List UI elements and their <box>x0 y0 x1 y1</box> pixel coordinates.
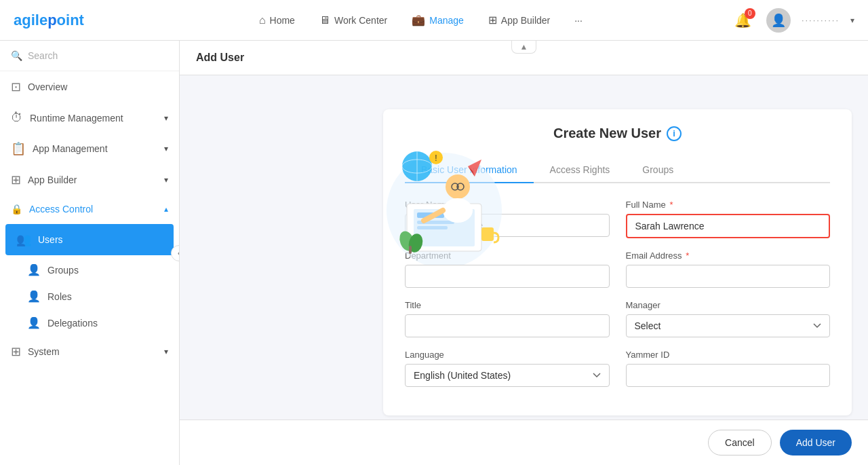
sidebar-item-app-management[interactable]: 📋 App Management ▾ <box>0 133 179 164</box>
title-label: Title <box>405 300 610 310</box>
required-marker: * <box>686 250 689 261</box>
form-group-fullname: Full Name * <box>626 200 831 238</box>
form-group-manager: Manager Select <box>626 300 831 337</box>
sidebar-item-access-control[interactable]: 🔒 Access Control ▴ <box>0 196 179 223</box>
chevron-down-icon: ▾ <box>164 144 168 153</box>
logo-text: agilepoint <box>14 12 84 29</box>
sidebar-item-app-builder[interactable]: ⊞ App Builder ▾ <box>0 164 179 196</box>
nav-workcenter[interactable]: 🖥 Work Center <box>310 9 397 32</box>
create-user-form: Create New User i Basic User Information… <box>383 109 852 415</box>
title-input[interactable] <box>405 314 610 337</box>
sidebar-item-overview[interactable]: ⊡ Overview <box>0 71 179 103</box>
chevron-down-icon: ▾ <box>164 347 168 356</box>
email-input[interactable] <box>626 265 831 288</box>
sidebar-item-groups[interactable]: 👤 Groups <box>0 257 179 283</box>
app-builder-icon: ⊞ <box>11 172 21 187</box>
avatar[interactable]: 👤 <box>766 8 791 33</box>
tab-basic-user-info[interactable]: Basic User Information <box>405 157 534 183</box>
delegations-icon: 👤 <box>27 316 41 329</box>
top-navigation: agilepoint ⌂ Home 🖥 Work Center 💼 Manage… <box>0 0 868 41</box>
form-row-dept-email: Department Email Address * <box>405 250 830 288</box>
collapse-nav-button[interactable]: ▲ <box>511 41 537 54</box>
form-group-yammer: Yammer ID <box>626 350 831 387</box>
user-name-nav: ·········· <box>802 15 840 25</box>
sidebar: ‹ 🔍 ⊡ Overview ⏱ Runtime Management ▾ 📋 … <box>0 41 180 465</box>
sidebar-item-access-control-label: Access Control <box>29 204 93 215</box>
search-icon: 🔍 <box>11 50 22 61</box>
email-label: Email Address * <box>626 250 831 261</box>
form-group-username: User Name * <box>405 200 610 238</box>
search-box: 🔍 <box>0 41 179 71</box>
nav-home-label: Home <box>270 15 295 26</box>
form-area: Create New User i Basic User Information… <box>180 75 868 415</box>
home-icon: ⌂ <box>259 14 266 26</box>
tab-access-rights[interactable]: Access Rights <box>534 157 627 183</box>
sidebar-item-roles[interactable]: 👤 Roles <box>0 283 179 310</box>
language-select[interactable]: English (United States) <box>405 364 610 387</box>
app-mgmt-icon: 📋 <box>11 141 26 156</box>
manage-icon: 💼 <box>412 14 425 26</box>
department-input[interactable] <box>405 265 610 288</box>
sidebar-item-delegations[interactable]: 👤 Delegations <box>0 310 179 336</box>
username-input[interactable] <box>405 214 610 237</box>
nav-right: 🔔 0 👤 ·········· ▾ <box>730 8 854 33</box>
department-label: Department <box>405 250 610 261</box>
yammer-input[interactable] <box>626 364 831 387</box>
sidebar-item-runtime-label: Runtime Management <box>30 113 123 124</box>
sidebar-item-runtime-management[interactable]: ⏱ Runtime Management ▾ <box>0 103 179 133</box>
tab-groups[interactable]: Groups <box>626 157 690 183</box>
sidebar-item-overview-label: Overview <box>28 81 67 92</box>
chevron-up-icon: ▴ <box>164 204 168 214</box>
roles-icon: 👤 <box>27 290 41 303</box>
sidebar-item-app-builder-label: App Builder <box>28 174 77 185</box>
chevron-down-icon: ▾ <box>164 113 168 123</box>
notifications-button[interactable]: 🔔 0 <box>730 8 755 33</box>
form-row-name: User Name * Full Name * <box>405 200 830 238</box>
sidebar-item-delegations-label: Delegations <box>47 318 98 329</box>
form-group-email: Email Address * <box>626 250 831 288</box>
form-group-title: Title <box>405 300 610 337</box>
nav-more[interactable]: ··· <box>565 10 592 31</box>
notification-badge: 0 <box>745 8 755 19</box>
info-icon[interactable]: i <box>667 126 682 141</box>
form-group-language: Language English (United States) <box>405 350 610 387</box>
sidebar-item-groups-label: Groups <box>47 265 79 276</box>
fullname-input[interactable] <box>626 214 831 238</box>
search-input[interactable] <box>28 50 168 61</box>
username-label: User Name * <box>405 200 610 210</box>
nav-manage[interactable]: 💼 Manage <box>402 8 473 32</box>
nav-appbuilder[interactable]: ⊞ App Builder <box>479 8 559 32</box>
chevron-down-icon: ▾ <box>164 175 168 185</box>
form-row-title-manager: Title Manager Select <box>405 300 830 337</box>
form-group-department: Department <box>405 250 610 288</box>
form-tabs: Basic User Information Access Rights Gro… <box>405 157 830 183</box>
nav-items: ⌂ Home 🖥 Work Center 💼 Manage ⊞ App Buil… <box>111 8 730 32</box>
form-title: Create New User i <box>405 126 830 141</box>
overview-icon: ⊡ <box>11 79 21 94</box>
manager-select[interactable]: Select <box>626 314 831 337</box>
nav-home[interactable]: ⌂ Home <box>250 9 304 32</box>
access-control-icon: 🔒 <box>11 204 22 215</box>
nav-workcenter-label: Work Center <box>334 15 387 26</box>
logo[interactable]: agilepoint <box>14 12 84 29</box>
main-content: ▲ Add User <box>180 41 868 465</box>
sidebar-item-roles-label: Roles <box>47 291 72 302</box>
sidebar-item-users-label: Users <box>38 234 63 245</box>
nav-manage-label: Manage <box>429 15 464 26</box>
required-marker: * <box>453 200 456 210</box>
groups-icon: 👤 <box>27 263 41 276</box>
system-icon: ⊞ <box>11 344 21 359</box>
add-user-button[interactable]: Add User <box>780 430 852 455</box>
fullname-label: Full Name * <box>626 200 831 210</box>
yammer-label: Yammer ID <box>626 350 831 360</box>
chevron-down-icon[interactable]: ▾ <box>850 16 854 25</box>
cancel-button[interactable]: Cancel <box>708 430 772 455</box>
nav-appbuilder-label: App Builder <box>501 15 550 26</box>
more-label: ··· <box>574 15 583 26</box>
appbuilder-icon: ⊞ <box>488 14 497 26</box>
sidebar-item-users[interactable]: 👥 Users <box>5 224 174 255</box>
sidebar-item-app-management-label: App Management <box>33 143 108 154</box>
sidebar-item-system[interactable]: ⊞ System ▾ <box>0 336 179 367</box>
manager-label: Manager <box>626 300 831 310</box>
main-layout: ‹ 🔍 ⊡ Overview ⏱ Runtime Management ▾ 📋 … <box>0 41 868 465</box>
